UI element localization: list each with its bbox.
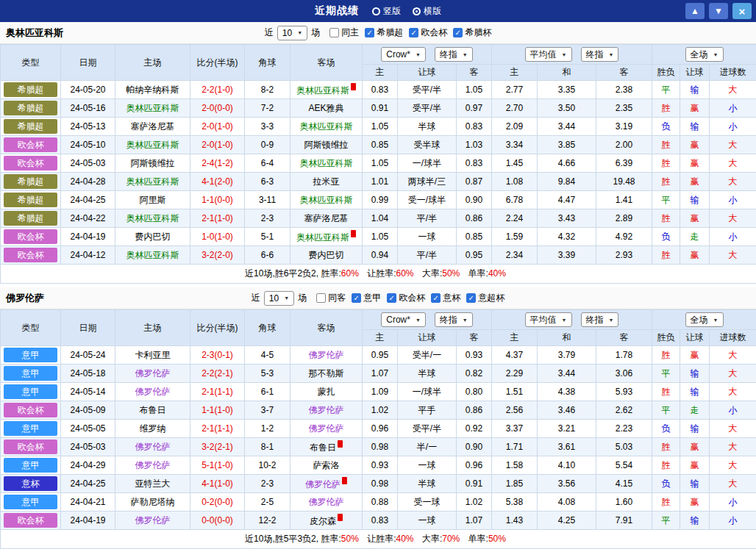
team-label: 奥林匹亚科斯 — [296, 85, 349, 96]
handicap-home-odds: 1.05 — [363, 118, 398, 136]
summary-stat-label: 胜率: — [321, 268, 340, 279]
handicap-home-odds: 0.99 — [363, 191, 398, 209]
summary-stat-value: 50% — [341, 534, 359, 544]
score: 4-1(1-0) — [190, 475, 245, 493]
avg-draw-odds: 3.61 — [538, 438, 596, 456]
handicap-result: 输 — [680, 420, 710, 438]
avg-draw-odds: 3.39 — [538, 246, 596, 265]
checkbox-checked-icon — [466, 293, 476, 303]
league-filter-checkbox[interactable]: 欧会杯 — [387, 292, 425, 304]
match-row: 欧会杯24-04-19费内巴切1-0(1-0)5-1奥林匹亚科斯1.05一球0.… — [1, 228, 756, 246]
handicap-home-odds: 1.09 — [363, 383, 398, 401]
league-badge: 欧会杯 — [4, 156, 57, 171]
corner-count: 8-1 — [245, 438, 290, 456]
goals-result: 大 — [710, 383, 756, 401]
home-team: 阿斯顿维拉 — [115, 154, 190, 173]
home-team: 塞萨洛尼基 — [115, 118, 190, 136]
subcol-home-win: 主 — [492, 65, 538, 81]
team-label: 奥林匹亚科斯 — [300, 121, 353, 132]
avg-home-win-odds: 2.29 — [492, 365, 538, 383]
match-scope-select[interactable]: 全场 — [685, 312, 724, 327]
average-odds-select[interactable]: 平均值 — [525, 312, 572, 327]
subcol-away-odds: 客 — [457, 330, 492, 346]
team-label: 奥林匹亚科斯 — [300, 158, 353, 168]
match-date: 24-05-20 — [61, 81, 115, 99]
avg-draw-odds: 3.21 — [538, 420, 596, 438]
match-count-select[interactable]: 10 — [277, 26, 307, 40]
average-odds-select[interactable]: 平均值 — [525, 47, 572, 62]
win-draw-loss-result: 平 — [652, 401, 680, 420]
goals-result: 大 — [710, 456, 756, 475]
score: 2-0(0-0) — [190, 99, 245, 118]
goals-result: 小 — [710, 493, 756, 512]
scroll-up-button[interactable]: ▲ — [685, 3, 705, 19]
match-row: 希腊超24-05-20帕纳辛纳科斯2-2(1-0)8-2奥林匹亚科斯0.83受平… — [1, 81, 756, 99]
league-filter-checkbox[interactable]: 意超杯 — [466, 292, 504, 304]
bookmaker-select[interactable]: Crow* — [381, 312, 426, 327]
handicap-away-odds: 0.92 — [457, 420, 492, 438]
league-filter-checkbox[interactable]: 同客 — [316, 292, 346, 304]
match-date: 24-05-09 — [61, 401, 115, 420]
handicap-away-odds: 0.87 — [457, 173, 492, 191]
goals-result: 大 — [710, 209, 756, 228]
team-label: 卡利亚里 — [135, 350, 171, 360]
close-button[interactable]: × — [732, 3, 752, 19]
avg-away-win-odds: 2.62 — [596, 401, 652, 420]
bookmaker-select[interactable]: Crow* — [381, 47, 426, 62]
match-count-select[interactable]: 10 — [264, 291, 294, 306]
final-odds-select-2[interactable]: 终指 — [581, 312, 619, 327]
league-filter-checkbox[interactable]: 同主 — [329, 26, 359, 39]
avg-away-win-odds: 2.93 — [596, 246, 652, 265]
handicap-result: 赢 — [680, 456, 710, 475]
radio-horizontal-layout[interactable]: 横版 — [413, 5, 441, 18]
subcol-away-win: 客 — [596, 65, 652, 81]
subcol-goals: 进球数 — [710, 330, 756, 346]
handicap-home-odds: 1.01 — [363, 173, 398, 191]
final-odds-select-2[interactable]: 终指 — [581, 47, 619, 62]
red-card-icon — [342, 477, 347, 484]
avg-home-win-odds: 2.09 — [492, 118, 538, 136]
handicap-line: 半球 — [398, 118, 457, 136]
score: 4-1(2-0) — [190, 173, 245, 191]
match-row: 希腊超24-04-25阿里斯1-1(0-0)3-11奥林匹亚科斯0.99受一/球… — [1, 191, 756, 209]
avg-home-win-odds: 1.59 — [492, 228, 538, 246]
away-team: 阿斯顿维拉 — [290, 136, 363, 154]
handicap-result: 赢 — [680, 99, 710, 118]
handicap-home-odds: 1.05 — [363, 228, 398, 246]
scroll-down-button[interactable]: ▼ — [709, 3, 728, 19]
match-scope-select[interactable]: 全场 — [685, 47, 724, 62]
league-filter-checkbox[interactable]: 意杯 — [431, 292, 460, 304]
radio-vertical-layout[interactable]: 竖版 — [372, 5, 401, 18]
handicap-home-odds: 0.98 — [363, 438, 398, 456]
results-table: 类型 日期 主场 比分(半场) 角球 客场 Crow*终指 平均值终指 全场 — [0, 44, 756, 284]
handicap-odds-group: Crow*终指 — [363, 45, 492, 65]
avg-draw-odds: 9.84 — [538, 173, 596, 191]
away-team: 奥林匹亚科斯 — [290, 228, 363, 246]
avg-home-win-odds: 3.34 — [492, 136, 538, 154]
home-team: 佛罗伦萨 — [115, 512, 190, 530]
col-corner: 角球 — [245, 45, 290, 81]
league-filter-checkbox[interactable]: 意甲 — [352, 292, 381, 304]
league-badge: 意甲 — [4, 495, 57, 509]
team-label: 佛罗伦萨 — [135, 442, 171, 452]
final-odds-select[interactable]: 终指 — [435, 47, 473, 62]
score: 2-1(1-0) — [190, 209, 245, 228]
subcol-home-odds: 主 — [363, 330, 398, 346]
league-badge: 希腊超 — [4, 211, 57, 226]
league-filter-checkbox[interactable]: 希腊杯 — [453, 26, 491, 39]
match-date: 24-04-19 — [61, 512, 115, 530]
radio-unselected-icon — [372, 7, 380, 15]
handicap-line: 一/球半 — [398, 154, 457, 173]
corner-count: 5-3 — [245, 365, 290, 383]
avg-draw-odds: 4.08 — [538, 493, 596, 512]
red-card-icon — [338, 440, 343, 448]
league-filter-checkbox[interactable]: 欧会杯 — [409, 26, 447, 39]
summary-prefix: 近10场,胜5平3负2, — [245, 534, 321, 544]
subcol-handicap-result: 让球 — [680, 330, 710, 346]
home-team: 帕纳辛纳科斯 — [115, 81, 190, 99]
final-odds-select[interactable]: 终指 — [435, 312, 473, 327]
league-filter-checkbox[interactable]: 希腊超 — [365, 26, 403, 39]
near-label: 近 — [252, 292, 260, 304]
team-label: 布鲁日 — [140, 405, 166, 415]
up-arrow-icon: ▲ — [691, 6, 699, 16]
